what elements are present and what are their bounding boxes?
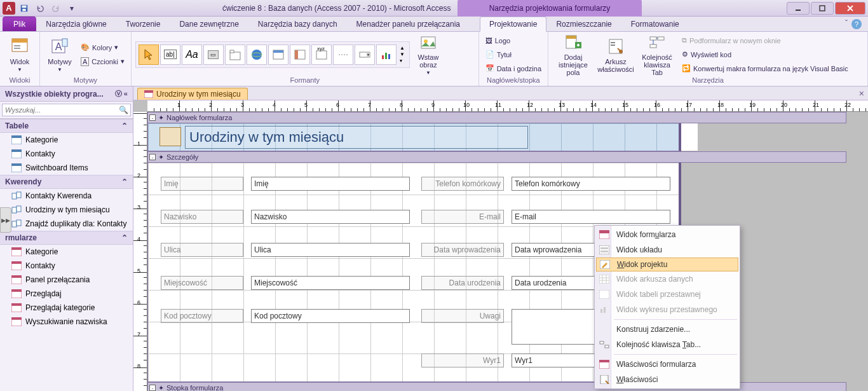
navitem-duplicates-query[interactable]: Znajdź duplikaty dla: Kontakty (0, 217, 133, 231)
control-imie[interactable]: Imię (251, 177, 410, 191)
minimize-button[interactable] (787, 2, 810, 15)
navitem-kategorie-table[interactable]: Kategorie (0, 133, 133, 147)
close-button[interactable] (835, 2, 865, 15)
ribbon-minimize-icon[interactable]: ˇ (845, 19, 848, 29)
navitem-przegladaj-kategorie-form[interactable]: Przeglądaj kategorie (0, 301, 133, 315)
header-logo-icon[interactable] (159, 127, 181, 146)
navitem-kontakty-table[interactable]: Kontakty (0, 147, 133, 161)
label-data-wprowadzenia[interactable]: Data wprowadzenia (421, 243, 504, 257)
document-tab[interactable]: Urodziny w tym miesiącu (137, 88, 248, 100)
navigation-icon[interactable] (290, 45, 310, 65)
label-kod[interactable]: Kod pocztowy (161, 309, 243, 323)
collapse-icon[interactable]: ⌃ (121, 121, 128, 130)
control-ulica[interactable]: Ulica (251, 243, 410, 257)
pointer-icon[interactable] (139, 45, 159, 65)
tab-arrange[interactable]: Rozmieszczanie (546, 17, 621, 31)
convert-macros-button[interactable]: 🔁Konwertuj makra formularza na język Vis… (679, 62, 864, 75)
optiongroup-icon[interactable]: xyz (311, 45, 332, 65)
redo-icon[interactable] (49, 2, 63, 15)
gallery-more-icon[interactable]: ▾ (400, 58, 407, 64)
collapse-icon[interactable]: ⌃ (121, 233, 128, 242)
date-button[interactable]: 📅Data i godzina (483, 62, 544, 75)
tab-design[interactable]: Projektowanie (480, 17, 546, 32)
ctx-form-view[interactable]: Widok formularza (596, 227, 738, 242)
nav-collapse-handle[interactable]: ▸▸ (0, 207, 11, 233)
label-icon[interactable]: Aa (182, 45, 202, 65)
controls-gallery[interactable]: ab| Aa ▭ xyz ▲ ▼ ▾ (135, 41, 410, 68)
navitem-kontakty-form[interactable]: Kontakty (0, 259, 133, 273)
control-kod[interactable]: Kod pocztowy (251, 309, 410, 323)
navitem-panel-form[interactable]: Panel przełączania (0, 273, 133, 287)
ctx-tab-order[interactable]: Kolejność klawisza Tab... (596, 337, 738, 352)
close-document-icon[interactable]: × (859, 88, 864, 99)
property-sheet-button[interactable]: Arkusz właściwości (597, 34, 635, 76)
button-icon[interactable]: ▭ (203, 45, 224, 65)
view-button[interactable]: Widok ▼ (4, 34, 36, 76)
tab-file[interactable]: Plik (3, 17, 36, 31)
ctx-build-event[interactable]: Konstruuj zdarzenie... (596, 322, 738, 337)
horizontal-ruler[interactable]: 1234567891011121314151617181920212223242… (147, 100, 868, 112)
chevron-left-icon[interactable]: ⓥ « (115, 89, 128, 99)
label-ulica[interactable]: Ulica (161, 243, 243, 257)
form-header-body[interactable]: Urodziny w tym miesiącu (147, 123, 681, 151)
header-title-control[interactable]: Urodziny w tym miesiącu (185, 126, 528, 149)
help-icon[interactable]: ? (851, 19, 862, 29)
label-telefon[interactable]: Telefon komórkowy (421, 177, 504, 191)
pagebreak-icon[interactable] (333, 45, 353, 65)
navitem-kategorie-form[interactable]: Kategorie (0, 245, 133, 259)
undo-icon[interactable] (33, 2, 47, 15)
section-collapse-icon[interactable]: - (149, 114, 156, 121)
chart-icon[interactable] (376, 45, 397, 65)
colors-button[interactable]: 🎨Kolory ▾ (78, 41, 127, 54)
tab-control-icon[interactable] (225, 45, 245, 65)
collapse-icon[interactable]: ⌃ (121, 177, 128, 186)
navitem-kontakty-query[interactable]: Kontakty Kwerenda (0, 189, 133, 203)
add-fields-button[interactable]: Dodaj istniejące pola (552, 34, 594, 76)
nav-header[interactable]: Wszystkie obiekty progra... ⓥ « (0, 86, 133, 102)
tab-create[interactable]: Tworzenie (116, 17, 170, 31)
tab-switchboard[interactable]: Menadżer panelu przełączania (347, 17, 470, 31)
label-imie[interactable]: Imię (161, 177, 243, 191)
navitem-urodziny-query[interactable]: Urodziny w tym miesiącu (0, 203, 133, 217)
search-input[interactable] (2, 104, 131, 116)
title-button[interactable]: 📄Tytuł (483, 48, 544, 61)
control-telefon[interactable]: Telefon komórkowy (512, 177, 670, 191)
ctx-properties[interactable]: Właściwości (596, 372, 738, 387)
design-scroll[interactable]: -✦ Nagłówek formularza Urodziny w tym mi… (147, 112, 868, 391)
control-nazwisko[interactable]: Nazwisko (251, 210, 410, 224)
vertical-ruler[interactable]: 123456789 (133, 112, 147, 391)
save-icon[interactable] (17, 2, 31, 15)
nav-group-forms[interactable]: rmularze⌃ (0, 231, 133, 245)
detail-section-bar[interactable]: -✦ Szczegóły (147, 151, 846, 163)
qat-dropdown-icon[interactable]: ▾ (65, 2, 79, 15)
ctx-layout-view[interactable]: Widok układu (596, 242, 738, 257)
section-collapse-icon[interactable]: - (149, 154, 156, 160)
webbrowser-icon[interactable] (268, 45, 288, 65)
ctx-form-properties[interactable]: Właściwości formularza (596, 357, 738, 372)
label-nazwisko[interactable]: Nazwisko (161, 210, 243, 224)
logo-button[interactable]: 🖼Logo (483, 34, 544, 47)
themes-button[interactable]: A Motywy ▼ (44, 34, 76, 76)
tab-dbtools[interactable]: Narzędzia bazy danych (248, 17, 347, 31)
textbox-icon[interactable]: ab| (160, 45, 180, 65)
navitem-switchboard-table[interactable]: Switchboard Items (0, 161, 133, 175)
gallery-down-icon[interactable]: ▼ (400, 51, 407, 57)
control-miejscowosc[interactable]: Miejscowość (251, 276, 410, 290)
gallery-up-icon[interactable]: ▲ (400, 45, 407, 51)
combobox-icon[interactable] (355, 45, 375, 65)
form-header-section-bar[interactable]: -✦ Nagłówek formularza (147, 112, 846, 123)
fonts-button[interactable]: ACzcionki ▾ (78, 55, 127, 68)
tab-home[interactable]: Narzędzia główne (36, 17, 116, 31)
tab-order-button[interactable]: Kolejność klawisza Tab (637, 34, 677, 76)
label-data-urodzenia[interactable]: Data urodzenia (421, 276, 504, 290)
label-uwagi[interactable]: Uwagi (421, 309, 504, 323)
navitem-przegladaj-form[interactable]: Przeglądaj (0, 287, 133, 301)
insert-image-button[interactable]: Wstaw obraz ▼ (412, 34, 444, 76)
label-wyr1[interactable]: Wyr1 (421, 353, 504, 367)
section-collapse-icon[interactable]: - (149, 385, 156, 391)
ctx-design-view[interactable]: Widok projektu (596, 257, 738, 271)
tab-format[interactable]: Formatowanie (621, 17, 689, 31)
maximize-button[interactable] (811, 2, 834, 15)
hyperlink-icon[interactable] (247, 45, 267, 65)
search-icon[interactable]: 🔍 (119, 106, 128, 114)
